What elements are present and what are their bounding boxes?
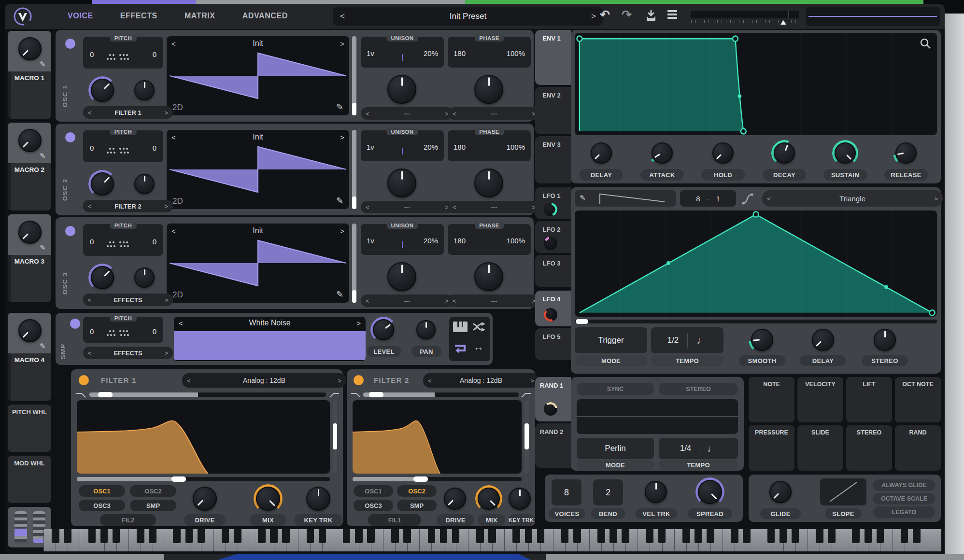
redo-icon[interactable]: ↷ bbox=[622, 8, 632, 22]
spread-knob[interactable] bbox=[695, 477, 724, 506]
smp-sample-display[interactable]: < White Noise > bbox=[174, 317, 366, 361]
macro-3-edit-icon[interactable]: ✎ bbox=[40, 243, 46, 252]
rand-sync-toggle[interactable]: SYNC bbox=[577, 383, 654, 395]
filter1-response-display[interactable] bbox=[77, 400, 330, 474]
preset-name[interactable]: Init Preset bbox=[450, 12, 487, 21]
tab-effects[interactable]: EFFECTS bbox=[120, 12, 157, 20]
piano-key-black[interactable] bbox=[319, 529, 326, 543]
piano-key-black[interactable] bbox=[512, 529, 520, 543]
osc1-power-button[interactable] bbox=[65, 39, 75, 49]
osc1-distortion-slider[interactable] bbox=[352, 36, 356, 115]
piano-key-black[interactable] bbox=[440, 529, 448, 543]
osc1-phase-rand[interactable]: 100% bbox=[507, 49, 525, 57]
mod-source-octnote[interactable]: OCT NOTE bbox=[895, 377, 941, 422]
lfo-tempo-box[interactable]: 1/2 ♩ bbox=[651, 327, 723, 353]
osc1-pitch-box[interactable]: PITCH 0 0 bbox=[83, 37, 163, 69]
filter2-mix-knob[interactable] bbox=[475, 485, 502, 512]
filter2-blend-slider[interactable] bbox=[363, 392, 519, 397]
piano-key-black[interactable] bbox=[597, 529, 605, 543]
osc2-tune[interactable]: 0 bbox=[153, 144, 156, 152]
osc2-phase-rand[interactable]: 100% bbox=[507, 143, 525, 151]
pitch-wheel-control[interactable] bbox=[14, 511, 27, 543]
piano-key-black[interactable] bbox=[173, 529, 181, 543]
piano-key-black[interactable] bbox=[646, 529, 654, 543]
note-icon[interactable]: ♩ bbox=[707, 443, 717, 454]
osc2-distortion-slider[interactable] bbox=[352, 130, 356, 209]
macro-1-edit-icon[interactable]: ✎ bbox=[40, 60, 46, 69]
mod-source-slide[interactable]: SLIDE bbox=[797, 425, 843, 471]
piano-key-black[interactable] bbox=[100, 529, 108, 543]
piano-key-black[interactable] bbox=[428, 529, 436, 543]
env-hold-knob[interactable] bbox=[710, 140, 736, 166]
bend-value[interactable]: 2 bbox=[593, 479, 623, 505]
always-glide-toggle[interactable]: ALWAYS GLIDE bbox=[873, 479, 935, 491]
osc3-power-button[interactable] bbox=[65, 226, 75, 236]
menu-icon[interactable] bbox=[667, 10, 677, 19]
lfo-paint-widget[interactable]: ✎ bbox=[575, 190, 676, 207]
piano-key-black[interactable] bbox=[282, 529, 290, 543]
osc1-unison-mod-selector[interactable]: <---> bbox=[361, 107, 454, 120]
macro-4-edit-icon[interactable]: ✎ bbox=[40, 342, 46, 350]
env-display[interactable] bbox=[575, 33, 937, 135]
tab-env2[interactable]: ENV 2 bbox=[535, 87, 571, 134]
env-attack-knob[interactable] bbox=[649, 140, 675, 166]
piano-key-black[interactable] bbox=[476, 529, 484, 543]
filter2-response-display[interactable] bbox=[353, 400, 522, 474]
smp-routing[interactable]: <EFFECTS> bbox=[83, 347, 173, 359]
rand-tempo-value[interactable]: 1/4 bbox=[680, 444, 692, 453]
tab-matrix[interactable]: MATRIX bbox=[184, 12, 215, 20]
env-sustain-knob[interactable] bbox=[832, 140, 858, 166]
keytrack-icon[interactable] bbox=[453, 322, 468, 332]
glide-knob[interactable] bbox=[767, 478, 794, 505]
piano-key-black[interactable] bbox=[537, 529, 545, 543]
piano-key-white[interactable] bbox=[929, 529, 941, 551]
piano-key-black[interactable] bbox=[525, 529, 533, 543]
lfo-shape-selector[interactable]: <Triangle> bbox=[762, 190, 943, 207]
piano-key-black[interactable] bbox=[137, 529, 144, 543]
tab-lfo2[interactable]: LFO 2 bbox=[535, 221, 571, 253]
filter1-power-button[interactable] bbox=[79, 375, 89, 385]
piano-key-black[interactable] bbox=[865, 529, 872, 543]
lfo-grid-cols[interactable]: 1 bbox=[716, 195, 720, 203]
osc3-pan-knob[interactable] bbox=[132, 265, 157, 290]
vital-logo[interactable] bbox=[13, 6, 33, 27]
filter1-blend-slider[interactable] bbox=[89, 392, 326, 397]
osc3-view-mode[interactable]: 2D bbox=[172, 290, 183, 300]
mod-source-stereo[interactable]: STEREO bbox=[846, 425, 892, 471]
piano-key-black[interactable] bbox=[780, 529, 787, 543]
env-delay-knob[interactable] bbox=[588, 140, 614, 166]
slope-widget[interactable] bbox=[820, 478, 866, 505]
lfo-mode-value[interactable]: Trigger bbox=[575, 327, 647, 353]
osc2-phase-value[interactable]: 180 bbox=[454, 143, 466, 151]
tab-env3[interactable]: ENV 3 bbox=[535, 136, 571, 183]
random-phase-icon[interactable] bbox=[472, 322, 486, 332]
undo-icon[interactable]: ↶ bbox=[600, 8, 610, 22]
preset-next-button[interactable]: > bbox=[591, 12, 596, 21]
filter2-power-button[interactable] bbox=[354, 375, 364, 385]
lfo-paint-icon[interactable]: ✎ bbox=[580, 194, 586, 202]
lfo-phase-slider[interactable] bbox=[575, 320, 937, 323]
piano-key-black[interactable] bbox=[149, 529, 156, 543]
osc1-level-knob[interactable] bbox=[88, 76, 116, 104]
piano-key-black[interactable] bbox=[573, 529, 581, 543]
filter2-drive-knob[interactable] bbox=[441, 485, 468, 512]
osc3-distortion-slider[interactable] bbox=[352, 224, 356, 303]
piano-key-black[interactable] bbox=[391, 529, 399, 543]
osc2-wave-display[interactable]: < Init > 2D ✎ bbox=[167, 130, 349, 209]
mod-source-velocity[interactable]: VELOCITY bbox=[797, 377, 843, 422]
piano-key-black[interactable] bbox=[901, 529, 908, 543]
env-decay-knob[interactable] bbox=[771, 140, 797, 166]
osc3-wave-display[interactable]: < Init > 2D ✎ bbox=[167, 224, 349, 303]
osc3-phase-rand[interactable]: 100% bbox=[507, 237, 525, 245]
osc1-unison-box[interactable]: UNISON 1v 20% bbox=[361, 37, 444, 68]
osc2-wave-edit-icon[interactable]: ✎ bbox=[336, 196, 343, 206]
piano-keyboard[interactable] bbox=[43, 529, 941, 552]
piano-key-black[interactable] bbox=[622, 529, 629, 543]
osc2-phase-mod-selector[interactable]: <---> bbox=[448, 201, 540, 213]
piano-key-black[interactable] bbox=[682, 529, 690, 543]
osc2-level-knob[interactable] bbox=[88, 170, 116, 198]
smp-pitch-box[interactable]: PITCH 0 0 bbox=[83, 317, 163, 343]
mod-source-pressure[interactable]: PRESSURE bbox=[749, 425, 794, 471]
osc1-phase-value[interactable]: 180 bbox=[454, 49, 466, 57]
piano-key-black[interactable] bbox=[707, 529, 714, 543]
